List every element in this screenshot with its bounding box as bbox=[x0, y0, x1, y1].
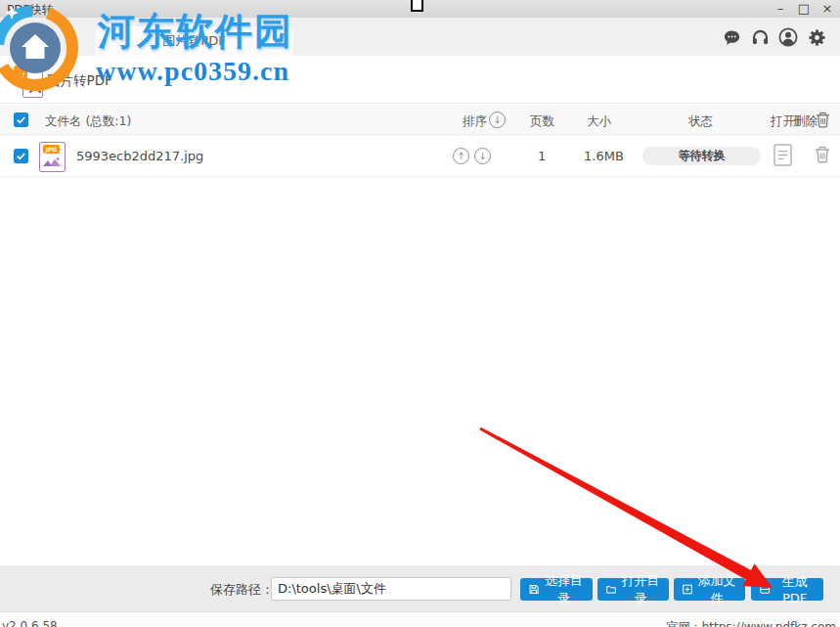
export-icon bbox=[760, 584, 770, 595]
open-file-icon[interactable] bbox=[774, 144, 792, 169]
main-content: 图片转PDF 文件名 (总数:1) 排序 ↓ 页数 大小 状态 打开 删除 bbox=[0, 56, 840, 565]
maximize-button[interactable]: □ bbox=[797, 0, 811, 18]
app-window: PDF快转 – □ × 图片转PDF × bbox=[0, 0, 840, 627]
row-checkbox[interactable] bbox=[14, 149, 28, 163]
column-filename: 文件名 (总数:1) bbox=[45, 113, 131, 130]
move-up-icon[interactable]: ↑ bbox=[453, 148, 469, 164]
website-label: 官网：https://www.pdfkz.com bbox=[667, 619, 836, 627]
save-path-label: 保存路径： bbox=[210, 581, 274, 599]
cursor-artifact bbox=[411, 0, 423, 12]
close-button[interactable]: × bbox=[820, 0, 834, 18]
file-name: 5993ecb2dd217.jpg bbox=[76, 149, 203, 163]
chat-icon[interactable] bbox=[722, 27, 741, 47]
headset-icon[interactable] bbox=[750, 27, 770, 47]
generate-pdf-button[interactable]: 生成PDF bbox=[751, 578, 823, 601]
delete-file-icon[interactable] bbox=[815, 146, 830, 166]
column-open: 打开 bbox=[771, 113, 795, 130]
file-size: 1.6MB bbox=[584, 149, 624, 163]
tab-label: 图片转PDF bbox=[162, 32, 225, 50]
section-header: 图片转PDF bbox=[0, 56, 840, 104]
column-delete: 删除 bbox=[793, 113, 818, 130]
sort-direction-icon[interactable]: ↓ bbox=[489, 112, 506, 128]
open-directory-button[interactable]: 打开目录 bbox=[597, 578, 669, 601]
bottom-toolbar: 保存路径： 选择目录 打开目录 添加文件 生成PDF bbox=[0, 565, 840, 611]
file-table-header: 文件名 (总数:1) 排序 ↓ 页数 大小 状态 打开 删除 bbox=[0, 105, 840, 135]
tab-close-icon[interactable]: × bbox=[273, 33, 284, 48]
delete-all-icon[interactable] bbox=[816, 112, 830, 131]
select-all-checkbox[interactable] bbox=[14, 112, 28, 127]
column-sort: 排序 bbox=[463, 113, 487, 130]
status-bar: v2.0.6.58 官网：https://www.pdfkz.com bbox=[0, 611, 840, 627]
jpg-label: JPG bbox=[43, 145, 60, 154]
minimize-button[interactable]: – bbox=[774, 0, 787, 18]
column-size: 大小 bbox=[587, 113, 611, 130]
tab-image-to-pdf[interactable]: 图片转PDF × bbox=[95, 26, 293, 56]
folder-icon bbox=[606, 584, 616, 595]
user-icon[interactable] bbox=[778, 27, 798, 47]
table-row[interactable]: JPG 5993ecb2dd217.jpg ↑ ↓ 1 1.6MB 等待转换 bbox=[0, 136, 840, 177]
column-pages: 页数 bbox=[530, 113, 554, 130]
tab-bar: 图片转PDF × bbox=[0, 18, 840, 56]
plus-square-icon bbox=[683, 583, 692, 596]
jpg-file-icon: JPG bbox=[39, 142, 66, 172]
status-badge: 等待转换 bbox=[642, 147, 761, 165]
settings-icon[interactable] bbox=[807, 27, 826, 47]
choose-directory-button[interactable]: 选择目录 bbox=[520, 578, 593, 601]
save-icon bbox=[529, 583, 539, 596]
column-status: 状态 bbox=[688, 113, 713, 130]
file-pages: 1 bbox=[538, 149, 546, 163]
page-title: 图片转PDF bbox=[47, 72, 112, 90]
move-down-icon[interactable]: ↓ bbox=[474, 148, 491, 164]
save-path-input[interactable] bbox=[271, 577, 511, 601]
image-to-pdf-icon bbox=[14, 66, 43, 98]
window-title: PDF快转 bbox=[7, 2, 53, 19]
version-label: v2.0.6.58 bbox=[2, 619, 58, 627]
add-files-button[interactable]: 添加文件 bbox=[674, 578, 745, 601]
